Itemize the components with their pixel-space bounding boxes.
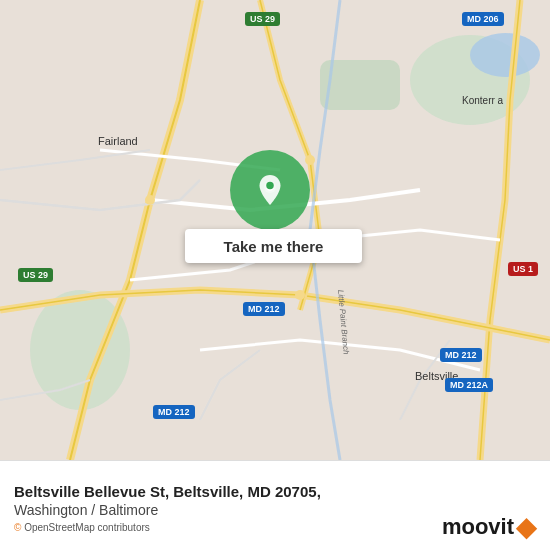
highway-sign-md212a: MD 212A: [445, 378, 493, 392]
town-label-fairland: Fairland: [98, 135, 138, 147]
osm-icon: ©: [14, 522, 21, 533]
location-pin-icon: [252, 172, 288, 208]
map-container: Little Paint Branch Fairland Beltsville …: [0, 0, 550, 460]
highway-sign-md206: MD 206: [462, 12, 504, 26]
svg-point-7: [295, 290, 305, 300]
pin-background: [230, 150, 310, 230]
map-pin: [230, 150, 310, 230]
highway-sign-md212-mid: MD 212: [243, 302, 285, 316]
address-line: Beltsville Bellevue St, Beltsville, MD 2…: [14, 483, 536, 500]
take-me-there-button[interactable]: Take me there: [185, 229, 362, 263]
svg-point-11: [266, 182, 274, 190]
highway-sign-us29-top: US 29: [245, 12, 280, 26]
moovit-dot: ◆: [516, 514, 536, 540]
town-label-konterr: Konterr a: [462, 95, 503, 106]
highway-sign-us29-mid: US 29: [18, 268, 53, 282]
highway-sign-md212-bottom: MD 212: [153, 405, 195, 419]
moovit-logo: moovit ◆: [442, 514, 536, 540]
highway-sign-us1: US 1: [508, 262, 538, 276]
svg-point-5: [145, 195, 155, 205]
svg-point-4: [470, 33, 540, 77]
attribution-text: OpenStreetMap contributors: [24, 522, 150, 533]
highway-sign-md212-right: MD 212: [440, 348, 482, 362]
moovit-text: moovit: [442, 514, 514, 540]
